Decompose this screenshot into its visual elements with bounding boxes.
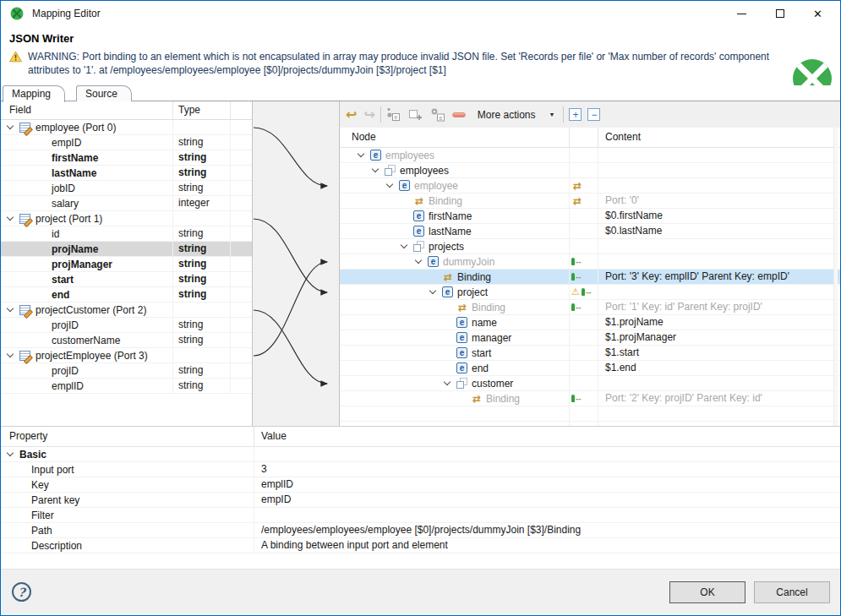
tree-row[interactable]: elastName$0.lastName xyxy=(340,224,840,239)
field-row[interactable]: lastNamestring xyxy=(1,166,252,181)
warning-icon: ⚠ xyxy=(571,287,580,297)
tab-mapping[interactable]: Mapping xyxy=(3,85,65,102)
column-header-field[interactable]: Field xyxy=(1,101,173,119)
property-row[interactable]: Path/employees/employees/employee [$0]/p… xyxy=(1,523,840,538)
expand-chevron-icon[interactable] xyxy=(415,257,422,264)
tree-row[interactable]: eemployees xyxy=(340,148,840,163)
expand-chevron-icon[interactable] xyxy=(7,351,14,357)
expand-chevron-icon[interactable] xyxy=(7,214,14,221)
field-row[interactable]: firstNamestring xyxy=(1,150,252,166)
minimize-button[interactable] xyxy=(723,1,761,26)
tree-row[interactable]: ⇄Binding--Port: '2' Key: projID' Parent … xyxy=(340,391,840,406)
column-header-content[interactable]: Content xyxy=(598,128,840,147)
flags-cell: -- xyxy=(570,300,598,314)
maximize-button[interactable] xyxy=(761,1,799,26)
field-row[interactable]: projectEmployee (Port 3) xyxy=(1,348,252,363)
field-cell: projName xyxy=(1,242,173,256)
tree-row[interactable]: ⇄Binding⇄Port: '0' xyxy=(340,194,840,209)
tree-row[interactable]: eemployee⇄ xyxy=(340,178,840,194)
expand-chevron-icon[interactable] xyxy=(372,166,379,172)
help-button[interactable]: ? xyxy=(12,582,31,602)
cancel-button[interactable]: Cancel xyxy=(754,581,830,603)
tree-row[interactable]: employees xyxy=(340,163,840,178)
field-row[interactable]: startstring xyxy=(1,272,252,287)
field-row[interactable]: projIDstring xyxy=(1,318,252,333)
collapse-all-button[interactable]: − xyxy=(587,108,600,121)
property-value[interactable]: emplID xyxy=(254,477,840,492)
field-row[interactable]: empIDstring xyxy=(1,135,252,150)
property-row[interactable]: Input port3 xyxy=(1,462,840,477)
field-row[interactable]: emplIDstring xyxy=(1,379,252,394)
remove-button[interactable] xyxy=(452,106,474,124)
property-group-row[interactable]: Basic xyxy=(1,447,840,462)
field-row[interactable]: projectCustomer (Port 2) xyxy=(1,303,252,318)
field-row[interactable]: customerNamestring xyxy=(1,333,252,348)
expand-chevron-icon[interactable] xyxy=(429,287,436,294)
property-row[interactable]: Filter xyxy=(1,508,840,523)
tree-row[interactable]: eproject⚠-- xyxy=(340,285,840,300)
expand-chevron-icon[interactable] xyxy=(7,123,14,129)
column-header-property[interactable]: Property xyxy=(1,427,254,446)
property-value[interactable] xyxy=(254,508,840,522)
expand-chevron-icon[interactable] xyxy=(7,450,14,456)
filler-cell xyxy=(231,120,252,134)
property-value[interactable]: A binding between input port and element xyxy=(254,538,840,553)
tree-row[interactable]: efirstName$0.firstName xyxy=(340,209,840,224)
field-row[interactable]: projManagerstring xyxy=(1,257,252,272)
tree-row[interactable]: customer xyxy=(340,376,840,391)
binding-arrows-icon: ⇄ xyxy=(571,181,583,191)
tree-row[interactable]: emanager$1.projManager xyxy=(340,330,840,346)
key-dashes: -- xyxy=(576,273,582,281)
close-button[interactable]: ✕ xyxy=(799,1,837,26)
expand-chevron-icon[interactable] xyxy=(358,150,364,157)
field-row[interactable]: endstring xyxy=(1,287,252,303)
add-child-element-icon[interactable] xyxy=(408,107,423,122)
expand-all-button[interactable]: + xyxy=(569,108,582,121)
field-cell: projID xyxy=(1,363,173,378)
expand-chevron-icon[interactable] xyxy=(7,305,14,312)
property-value[interactable]: empID xyxy=(254,493,840,507)
field-row[interactable]: idstring xyxy=(1,226,252,242)
node-label: Binding xyxy=(486,393,520,405)
field-label: projID xyxy=(52,365,79,377)
property-value[interactable]: /employees/employees/employee [$0]/proje… xyxy=(254,523,840,537)
property-row[interactable]: DescriptionA binding between input port … xyxy=(1,538,840,553)
field-row[interactable]: jobIDstring xyxy=(1,181,252,196)
column-header-value[interactable]: Value xyxy=(254,427,840,446)
ok-button[interactable]: OK xyxy=(669,581,745,603)
property-row[interactable]: KeyemplID xyxy=(1,477,840,493)
tree-row[interactable]: eend$1.end xyxy=(340,361,840,376)
tree-row[interactable] xyxy=(340,406,840,422)
property-group-label-cell: Basic xyxy=(1,447,254,461)
field-row[interactable]: projIDstring xyxy=(1,363,252,379)
tree-row[interactable]: ⇄Binding--Port: '3' Key: emplID' Parent … xyxy=(340,270,840,285)
expand-chevron-icon[interactable] xyxy=(386,181,393,188)
expand-chevron-icon[interactable] xyxy=(444,379,451,385)
column-header-type[interactable]: Type xyxy=(173,101,231,119)
tab-source[interactable]: Source xyxy=(76,85,132,101)
add-binding-icon[interactable]: e xyxy=(430,107,445,122)
tree-row[interactable]: projects xyxy=(340,239,840,254)
tree-row[interactable]: edummyJoin-- xyxy=(340,254,840,270)
expand-chevron-icon[interactable] xyxy=(401,242,407,248)
property-value[interactable]: 3 xyxy=(254,462,840,477)
field-row[interactable]: employee (Port 0) xyxy=(1,120,252,135)
add-element-icon[interactable]: e xyxy=(386,107,401,122)
column-header-node[interactable]: Node xyxy=(340,128,570,147)
undo-button[interactable]: ↩ xyxy=(346,106,357,124)
tree-toolbar: ↩ ↪ e e More actions ▼ xyxy=(340,101,840,128)
property-row[interactable]: Parent keyempID xyxy=(1,493,840,508)
field-row[interactable]: salaryinteger xyxy=(1,196,252,211)
field-row[interactable]: project (Port 1) xyxy=(1,211,252,226)
field-cell: end xyxy=(1,287,173,302)
more-actions-button[interactable]: More actions ▼ xyxy=(474,107,559,123)
tree-row[interactable]: estart$1.start xyxy=(340,346,840,361)
field-row[interactable]: projNamestring xyxy=(1,242,252,257)
tree-row[interactable]: ⇄Binding--Port: '1' Key: id' Parent Key:… xyxy=(340,300,840,315)
input-fields-panel: Field Type employee (Port 0)empIDstringf… xyxy=(1,101,253,426)
tree-row[interactable]: ename$1.projName xyxy=(340,315,840,330)
redo-button[interactable]: ↪ xyxy=(357,106,374,124)
node-cell: efirstName xyxy=(340,209,570,223)
scrollbar-track[interactable] xyxy=(833,128,838,426)
node-label: Binding xyxy=(457,271,491,283)
